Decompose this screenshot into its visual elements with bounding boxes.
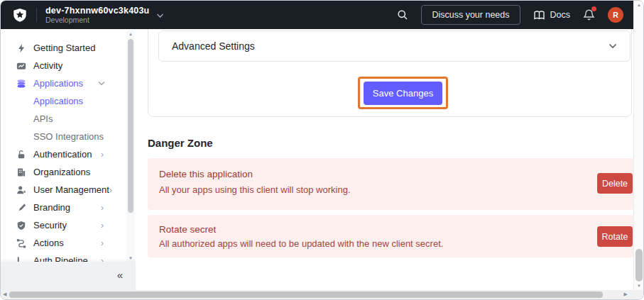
rotate-secret-description: All authorized apps will need to be upda… [159, 238, 443, 249]
sidebar-item-label: Activity [33, 60, 62, 71]
delete-button[interactable]: Delete [597, 173, 633, 194]
applications-icon [16, 78, 27, 89]
sidebar-scrollbar[interactable]: ▲ ▼ [126, 30, 135, 262]
sidebar-item-branding[interactable]: Branding › [1, 199, 127, 216]
danger-zone-title: Danger Zone [148, 137, 213, 149]
delete-application-panel: Delete this application All your apps us… [148, 158, 633, 210]
sidebar-nav: Getting Started Activity Applications Ap… [1, 39, 127, 263]
sidebar-item-security[interactable]: Security › [1, 216, 127, 234]
chevron-right-icon: › [101, 238, 104, 248]
advanced-settings-section[interactable]: Advanced Settings [158, 30, 631, 62]
notifications-button[interactable] [583, 9, 595, 21]
vertical-scrollbar[interactable]: ▲ ▼ [633, 1, 643, 290]
sidebar-scrollbar-thumb[interactable] [128, 39, 133, 213]
sidebar-item-label: Applications [33, 78, 83, 89]
rotate-button[interactable]: Rotate [597, 226, 633, 247]
chevron-right-icon: › [101, 203, 104, 213]
sidebar-item-label: Security [33, 220, 67, 230]
sidebar-item-label: User Management [33, 184, 109, 195]
save-changes-button[interactable]: Save Changes [364, 82, 442, 105]
avatar[interactable]: R [608, 7, 623, 23]
chevron-down-icon[interactable] [608, 43, 617, 49]
sidebar-item-label: SSO Integrations [33, 131, 104, 142]
sidebar-item-label: APIs [33, 113, 53, 124]
building-icon [16, 167, 27, 178]
top-header: dev-7hxnnw60vc3k403u Development Discuss… [1, 1, 633, 29]
main-content: Advanced Settings Save Changes Danger Zo… [136, 29, 633, 290]
sidebar-item-label: Authentication [33, 149, 92, 160]
horizontal-scrollbar-thumb[interactable] [9, 291, 603, 298]
user-icon [16, 184, 27, 196]
scroll-down-icon[interactable]: ▼ [126, 256, 135, 260]
scroll-up-icon[interactable]: ▲ [126, 32, 135, 36]
sidebar-item-actions[interactable]: Actions › [1, 234, 127, 252]
rotate-secret-panel: Rotate secret All authorized apps will n… [148, 215, 633, 257]
tenant-environment: Development [45, 16, 149, 24]
horizontal-scrollbar[interactable]: ◀ ▶ [1, 290, 633, 299]
shield-check-icon [16, 220, 27, 231]
notification-badge [591, 6, 596, 11]
chevron-right-icon: › [109, 185, 112, 195]
chevron-right-icon: › [101, 150, 104, 160]
tenant-name: dev-7hxnnw60vc3k403u [45, 6, 149, 16]
lock-icon [16, 149, 27, 160]
sidebar-subitem-apis[interactable]: APIs [1, 110, 127, 128]
book-icon [533, 10, 545, 21]
scrollbar-corner [633, 290, 643, 299]
scroll-down-icon[interactable]: ▼ [635, 284, 643, 288]
sidebar-item-activity[interactable]: Activity [1, 57, 127, 74]
sidebar-subitem-sso-integrations[interactable]: SSO Integrations [1, 128, 127, 145]
vertical-scrollbar-thumb[interactable] [635, 249, 643, 282]
delete-application-title: Delete this application [159, 169, 253, 179]
sidebar-subitem-applications[interactable]: Applications [1, 92, 127, 110]
sidebar-item-label: Applications [33, 96, 83, 106]
sidebar-item-applications[interactable]: Applications [1, 74, 127, 92]
sidebar-item-label: Branding [33, 202, 70, 213]
advanced-settings-label: Advanced Settings [172, 40, 255, 52]
header-divider [36, 8, 37, 22]
sidebar-item-organizations[interactable]: Organizations [1, 163, 127, 181]
scroll-left-icon[interactable]: ◀ [3, 291, 6, 297]
sidebar-item-getting-started[interactable]: Getting Started [1, 39, 127, 57]
sidebar-footer: « [1, 262, 136, 290]
sidebar-item-user-management[interactable]: User Management › [1, 181, 127, 199]
chevron-down-icon [156, 9, 164, 21]
activity-icon [16, 60, 27, 72]
chevron-right-icon: › [101, 221, 104, 230]
docs-label: Docs [550, 10, 570, 20]
sidebar: Getting Started Activity Applications Ap… [1, 29, 136, 290]
collapse-sidebar-button[interactable]: « [117, 268, 123, 282]
brush-icon [16, 202, 27, 213]
lightning-icon [16, 43, 27, 54]
sidebar-item-label: Organizations [33, 167, 90, 177]
rotate-secret-title: Rotate secret [159, 224, 216, 235]
tenant-switcher[interactable]: dev-7hxnnw60vc3k403u Development [45, 6, 149, 24]
search-icon[interactable] [397, 9, 408, 21]
scroll-right-icon[interactable]: ▶ [624, 291, 628, 297]
docs-link[interactable]: Docs [533, 10, 570, 21]
auth0-logo-icon[interactable] [12, 7, 28, 23]
app-window: dev-7hxnnw60vc3k403u Development Discuss… [0, 0, 644, 300]
sidebar-item-label: Actions [33, 238, 64, 248]
chevron-down-icon [98, 81, 105, 86]
sidebar-item-label: Getting Started [33, 43, 95, 53]
sidebar-item-authentication[interactable]: Authentication › [1, 145, 127, 163]
discuss-your-needs-button[interactable]: Discuss your needs [421, 5, 520, 25]
delete-application-description: All your apps using this client will sto… [159, 184, 351, 195]
scroll-up-icon[interactable]: ▲ [635, 3, 643, 7]
flow-icon [16, 238, 27, 249]
